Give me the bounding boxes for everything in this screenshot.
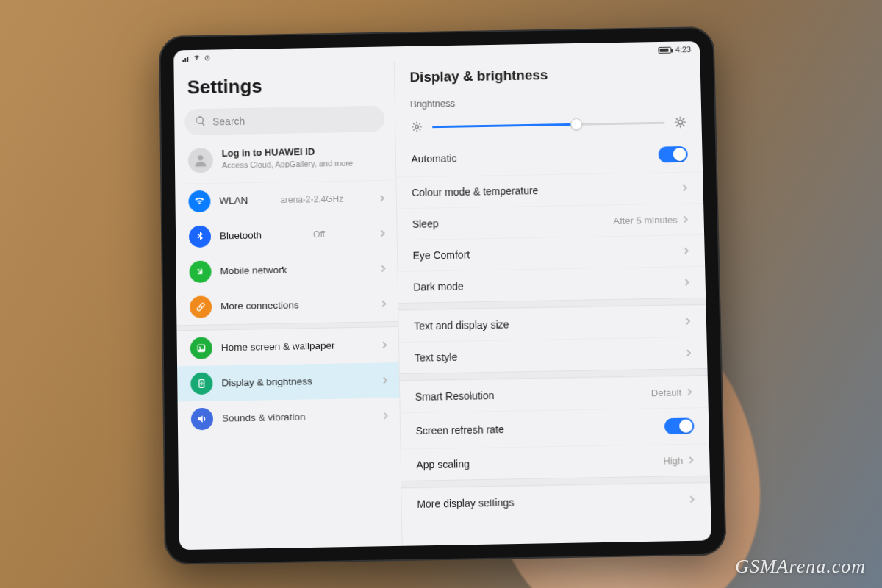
battery-icon (658, 46, 671, 53)
chevron-right-icon (380, 298, 387, 309)
setting-row-dark-mode[interactable]: Dark mode (398, 266, 706, 303)
sidebar-item-value: arena-2-2.4GHz (280, 194, 346, 205)
chevron-right-icon (381, 375, 389, 386)
svg-line-25 (676, 118, 678, 120)
setting-row-text-and-display-size[interactable]: Text and display size (399, 305, 707, 342)
setting-label: Sleep (412, 218, 439, 230)
setting-label: More display settings (417, 496, 514, 509)
chevron-right-icon (380, 263, 387, 274)
brightness-slider[interactable] (432, 115, 665, 134)
svg-rect-0 (182, 60, 184, 62)
clock: 4:23 (675, 45, 692, 54)
svg-line-17 (420, 129, 421, 131)
chevron-right-icon (684, 277, 691, 288)
setting-label: Text and display size (414, 318, 509, 331)
sidebar-item-label: Mobile network (220, 264, 287, 277)
mobile-icon (189, 261, 211, 283)
sidebar-item-label: Sounds & vibration (222, 411, 306, 425)
setting-row-eye-comfort[interactable]: Eye Comfort (398, 234, 705, 271)
setting-value (688, 494, 695, 505)
device-frame: 4:23 Settings Search Log in (159, 26, 726, 565)
setting-row-automatic[interactable]: Automatic (396, 137, 703, 177)
setting-value (683, 245, 690, 257)
detail-pane: Display & brightness Brightness Aut (395, 57, 711, 546)
search-icon (195, 115, 207, 129)
page-title: Settings (174, 68, 395, 110)
sidebar-item-display-brightness[interactable]: Display & brightness (177, 362, 400, 401)
sidebar-item-mobile-network[interactable]: Mobile network (176, 251, 398, 290)
svg-point-11 (415, 125, 419, 129)
svg-line-16 (414, 123, 415, 125)
setting-value: Default (651, 387, 694, 398)
bluetooth-icon (189, 226, 211, 248)
svg-point-8 (201, 383, 203, 385)
search-input[interactable]: Search (184, 106, 385, 135)
sidebar-item-label: Bluetooth (220, 229, 262, 243)
chevron-right-icon (379, 193, 386, 204)
sidebar-item-value: Off (313, 229, 328, 240)
setting-value (684, 316, 692, 327)
settings-nav[interactable]: WLANarena-2-2.4GHzBluetoothOffMobile net… (175, 181, 402, 551)
setting-row-text-style[interactable]: Text style (399, 337, 707, 373)
sidebar-item-label: Home screen & wallpaper (221, 340, 335, 354)
chevron-right-icon (688, 494, 695, 505)
sidebar-item-wlan[interactable]: WLANarena-2-2.4GHz (175, 181, 396, 220)
status-left-icons (182, 54, 211, 62)
svg-rect-2 (187, 57, 188, 62)
svg-rect-7 (199, 379, 204, 387)
chevron-right-icon (685, 348, 692, 359)
brightness-high-icon (673, 115, 686, 129)
sound-icon (191, 408, 213, 431)
sidebar-item-label: Display & brightness (221, 376, 312, 390)
link-icon (190, 295, 212, 318)
setting-row-more-display-settings[interactable]: More display settings (402, 483, 711, 520)
sidebar-item-bluetooth[interactable]: BluetoothOff (176, 215, 398, 254)
setting-value: After 5 minutes (613, 214, 689, 226)
display-icon (190, 373, 212, 395)
chevron-right-icon (684, 316, 692, 327)
chevron-right-icon (381, 340, 388, 351)
account-subtitle: Access Cloud, AppGallery, and more (222, 158, 354, 171)
alarm-icon (204, 54, 211, 62)
setting-label: Automatic (411, 152, 456, 165)
svg-line-26 (683, 125, 684, 126)
detail-title: Display & brightness (395, 60, 700, 96)
setting-label: Dark mode (413, 280, 464, 293)
search-placeholder: Search (212, 115, 245, 128)
sidebar-item-label: WLAN (219, 195, 248, 207)
setting-label: Smart Resolution (415, 390, 495, 403)
svg-rect-1 (184, 58, 186, 62)
signal-icon (182, 54, 190, 62)
sidebar-item-sounds-vibration[interactable]: Sounds & vibration (178, 398, 401, 437)
chevron-right-icon (682, 214, 689, 225)
setting-row-screen-refresh-rate[interactable]: Screen refresh rate (401, 407, 709, 449)
setting-label: Screen refresh rate (415, 423, 503, 437)
setting-row-smart-resolution[interactable]: Smart ResolutionDefault (400, 376, 708, 412)
watermark: GSMArena.com (735, 556, 866, 578)
content-panes: Settings Search Log in to HUAWEI ID Acce… (173, 57, 711, 550)
wifi-status-icon (193, 54, 201, 62)
setting-label: Eye Comfort (412, 248, 470, 261)
sidebar-item-home-screen-wallpaper[interactable]: Home screen & wallpaper (177, 327, 399, 366)
account-card[interactable]: Log in to HUAWEI ID Access Cloud, AppGal… (175, 140, 396, 184)
account-title: Log in to HUAWEI ID (222, 146, 354, 159)
chevron-right-icon (681, 182, 689, 193)
chevron-right-icon (686, 387, 693, 398)
chevron-right-icon (687, 454, 695, 465)
sidebar-item-more-connections[interactable]: More connections (176, 286, 398, 325)
setting-value: High (663, 454, 695, 466)
setting-row-sleep[interactable]: SleepAfter 5 minutes (397, 203, 704, 240)
chevron-right-icon (379, 228, 387, 239)
home-icon (190, 337, 212, 359)
toggle[interactable] (658, 146, 687, 163)
toggle[interactable] (664, 417, 695, 434)
settings-rows: AutomaticColour mode & temperatureSleepA… (396, 137, 711, 520)
setting-row-colour-mode-temperature[interactable]: Colour mode & temperature (397, 171, 703, 208)
settings-sidebar: Settings Search Log in to HUAWEI ID Acce… (173, 62, 403, 550)
svg-line-19 (420, 123, 421, 125)
svg-line-27 (676, 125, 678, 126)
setting-row-app-scaling[interactable]: App scalingHigh (401, 443, 710, 481)
screen: 4:23 Settings Search Log in (173, 41, 711, 550)
svg-point-6 (199, 346, 201, 348)
svg-point-4 (198, 155, 203, 160)
